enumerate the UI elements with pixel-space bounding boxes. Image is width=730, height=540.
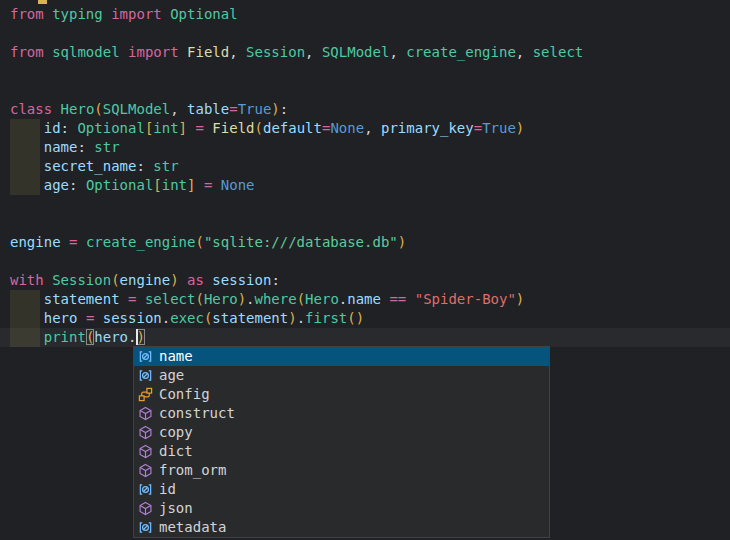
code-token: from (10, 44, 44, 60)
suggestion-label: json (159, 499, 193, 518)
code-token: ( (297, 291, 305, 307)
code-token: . (162, 310, 170, 326)
code-token: : (280, 101, 288, 117)
code-token: Field (212, 120, 254, 136)
code-token: select (145, 291, 196, 307)
suggestion-item-from_orm[interactable]: from_orm (134, 461, 549, 480)
suggestion-item-id[interactable]: id (134, 480, 549, 499)
code-token: : (271, 272, 279, 288)
suggestion-label: id (159, 480, 176, 499)
suggestion-item-copy[interactable]: copy (134, 423, 549, 442)
code-token (44, 272, 52, 288)
code-token (103, 6, 111, 22)
code-line[interactable]: print(hero.) (0, 328, 730, 347)
code-token: select (533, 44, 584, 60)
code-token: ( (195, 234, 203, 250)
code-line[interactable]: hero = session.exec(statement).first() (0, 309, 730, 328)
code-token (10, 291, 44, 307)
code-line[interactable] (0, 214, 730, 233)
method-symbol-icon (137, 425, 153, 441)
code-token: primary_key (381, 120, 474, 136)
code-token: , (170, 101, 187, 117)
code-line[interactable] (0, 252, 730, 271)
code-line[interactable]: engine = create_engine("sqlite:///databa… (0, 233, 730, 252)
code-token: Optional (170, 6, 237, 22)
suggestion-item-json[interactable]: json (134, 499, 549, 518)
code-token: Hero (305, 291, 339, 307)
text-cursor (136, 329, 138, 345)
code-token: ) (170, 272, 178, 288)
code-line[interactable]: with Session(engine) as session: (0, 271, 730, 290)
code-line[interactable]: class Hero(SQLModel, table=True): (0, 100, 730, 119)
autocomplete-dropdown[interactable]: nameageConfigconstructcopydictfrom_ormid… (133, 346, 550, 538)
code-line[interactable]: name: str (0, 138, 730, 157)
code-line[interactable]: id: Optional[int] = Field(default=None, … (0, 119, 730, 138)
code-token: [ (153, 177, 161, 193)
code-token: hero (44, 310, 78, 326)
code-line[interactable]: from sqlmodel import Field, Session, SQL… (0, 43, 730, 62)
code-token (44, 44, 52, 60)
code-token (10, 310, 44, 326)
code-token: None (330, 120, 364, 136)
suggestion-item-metadata[interactable]: metadata (134, 518, 549, 537)
code-token: ( (347, 310, 355, 326)
code-area[interactable]: from typing import Optionalfrom sqlmodel… (0, 0, 730, 347)
suggestion-item-Config[interactable]: Config (134, 385, 549, 404)
code-token: create_engine (86, 234, 196, 250)
code-token (406, 291, 414, 307)
code-token: . (339, 291, 347, 307)
code-token: None (221, 177, 255, 193)
code-token: age (44, 177, 69, 193)
code-token: ) (271, 101, 279, 117)
code-token: ( (255, 120, 263, 136)
code-line[interactable] (0, 62, 730, 81)
code-editor[interactable]: from typing import Optionalfrom sqlmodel… (0, 0, 730, 540)
code-token (212, 177, 220, 193)
code-token: . (297, 310, 305, 326)
code-token (10, 177, 44, 193)
suggestion-item-dict[interactable]: dict (134, 442, 549, 461)
code-token: where (255, 291, 297, 307)
suggestion-label: age (159, 366, 184, 385)
code-token (136, 291, 144, 307)
code-token (52, 101, 60, 117)
suggestion-item-construct[interactable]: construct (134, 404, 549, 423)
code-line[interactable]: from typing import Optional (0, 5, 730, 24)
method-symbol-icon (137, 444, 153, 460)
code-token: create_engine (406, 44, 516, 60)
class-symbol-icon (137, 387, 153, 403)
clipped-line-fragment (38, 0, 47, 4)
code-line[interactable]: age: Optional[int] = None (0, 176, 730, 195)
suggestion-label: copy (159, 423, 193, 442)
code-token: Session (52, 272, 111, 288)
code-token: ) (516, 291, 524, 307)
code-token: import (111, 6, 162, 22)
code-line[interactable] (0, 195, 730, 214)
code-line[interactable] (0, 81, 730, 100)
field-symbol-icon (137, 520, 153, 536)
code-line[interactable]: statement = select(Hero).where(Hero.name… (0, 290, 730, 309)
code-token: , (229, 44, 246, 60)
suggestion-item-age[interactable]: age (134, 366, 549, 385)
suggestion-label: metadata (159, 518, 226, 537)
code-token: name (44, 139, 78, 155)
code-line[interactable]: secret_name: str (0, 157, 730, 176)
code-token: secret_name (44, 158, 137, 174)
suggestion-item-name[interactable]: name (134, 347, 549, 366)
code-token: engine (10, 234, 61, 250)
code-token (179, 44, 187, 60)
code-token (120, 291, 128, 307)
code-token: == (389, 291, 406, 307)
code-token: id (44, 120, 61, 136)
code-token: int (162, 177, 187, 193)
code-token: , (305, 44, 322, 60)
code-token: with (10, 272, 44, 288)
code-token: : (136, 158, 153, 174)
code-token: ( (94, 101, 102, 117)
code-token: engine (120, 272, 171, 288)
suggestion-label: construct (159, 404, 235, 423)
code-token: default (263, 120, 322, 136)
method-symbol-icon (137, 501, 153, 517)
code-line[interactable] (0, 24, 730, 43)
code-token: : (69, 177, 86, 193)
